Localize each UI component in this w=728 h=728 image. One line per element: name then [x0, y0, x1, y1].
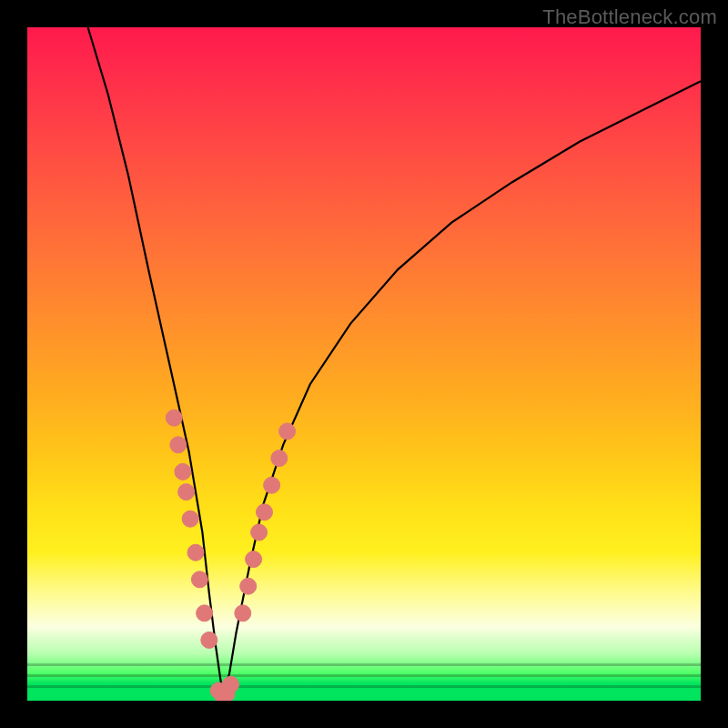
chart-frame: TheBottleneck.com — [0, 0, 728, 728]
data-point — [197, 605, 213, 622]
data-point — [271, 450, 288, 467]
watermark-text: TheBottleneck.com — [542, 5, 717, 29]
data-point — [166, 410, 182, 426]
curve-layer — [27, 27, 701, 701]
data-point — [264, 477, 280, 493]
data-point — [201, 632, 217, 648]
data-point — [235, 605, 251, 622]
data-point — [257, 504, 273, 521]
v-curve — [88, 27, 701, 694]
data-point — [182, 511, 198, 527]
data-point — [178, 484, 195, 500]
data-point — [246, 551, 262, 568]
data-point — [223, 676, 239, 693]
data-point — [170, 437, 187, 453]
dots-left-arm — [166, 410, 217, 648]
data-point — [279, 423, 296, 440]
data-point — [240, 578, 257, 594]
data-point — [191, 571, 207, 588]
data-point — [175, 463, 191, 480]
plot-area — [27, 27, 701, 701]
data-point — [187, 544, 204, 561]
data-point — [251, 524, 268, 541]
dots-right-arm — [235, 423, 296, 622]
dots-apex — [210, 676, 238, 701]
